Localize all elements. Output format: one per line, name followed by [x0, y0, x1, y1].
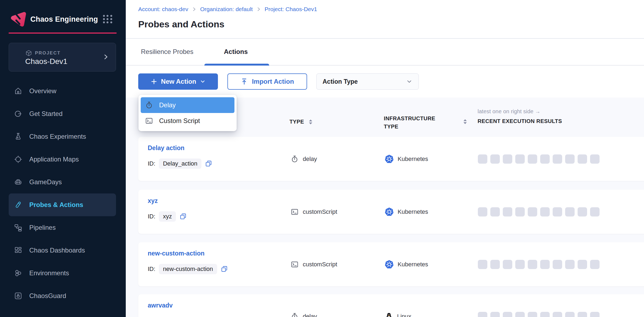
infrastructure-cell: Kubernetes [385, 190, 428, 234]
infrastructure-cell: Kubernetes [385, 242, 428, 286]
actions-toolbar: New Action Import Action Action Type [126, 66, 644, 98]
action-id-value: Delay_action [159, 158, 201, 169]
tab-resilience-probes[interactable]: Resilience Probes [141, 48, 193, 56]
brand-accent-divider [9, 33, 117, 34]
execution-result-placeholder [590, 207, 600, 216]
action-type-cell: delay [291, 294, 317, 317]
project-selector[interactable]: PROJECT Chaos-Dev1 [9, 43, 116, 72]
sidebar-item-overview[interactable]: Overview [9, 80, 116, 102]
execution-result-placeholder [490, 207, 500, 216]
action-name-link[interactable]: Delay action [148, 144, 185, 152]
harness-chaos-logo-icon [9, 10, 27, 28]
execution-result-placeholder [540, 207, 550, 216]
infrastructure-value: Kubernetes [398, 156, 428, 163]
recent-execution-results [478, 242, 600, 286]
sidebar-item-chaos-experiments[interactable]: Chaos Experiments [9, 125, 116, 148]
page-title: Probes and Actions [138, 19, 224, 30]
tabs-bar: Resilience Probes Actions [126, 39, 644, 66]
new-action-menu: Delay Custom Script [139, 95, 237, 131]
execution-result-placeholder [478, 207, 487, 216]
sidebar-item-environments[interactable]: Environments [9, 262, 116, 284]
table-row: Delay action ID: Delay_action delay [138, 137, 644, 181]
execution-result-placeholder [478, 154, 487, 164]
execution-result-placeholder [578, 312, 587, 317]
breadcrumb-separator-icon [191, 7, 197, 12]
column-header-infrastructure-type[interactable]: INFRASTRUCTURE TYPE [384, 114, 435, 131]
column-header-type[interactable]: TYPE [289, 119, 312, 125]
sidebar-item-application-maps[interactable]: Application Maps [9, 148, 116, 171]
sidebar-item-label: Chaos Dashboards [29, 247, 85, 254]
action-name-link[interactable]: awrvadv [148, 302, 173, 309]
id-label: ID: [148, 213, 155, 220]
execution-result-placeholder [540, 260, 550, 269]
action-name-link[interactable]: xyz [148, 197, 158, 205]
stopwatch-icon [145, 101, 153, 109]
sidebar-item-probes-actions[interactable]: Probes & Actions [9, 193, 116, 216]
action-id-value: new-custom-action [159, 264, 217, 274]
execution-result-placeholder [515, 260, 525, 269]
action-type-value: delay [303, 156, 317, 163]
copy-icon[interactable] [205, 160, 212, 167]
action-id-row: ID: Delay_action [148, 158, 212, 169]
new-action-label: New Action [161, 78, 196, 85]
action-type-filter[interactable]: Action Type [316, 73, 419, 90]
sort-icon [463, 119, 467, 124]
kubernetes-icon [385, 154, 394, 164]
execution-result-placeholder [590, 312, 600, 317]
execution-result-placeholder [503, 312, 512, 317]
pipelines-icon [14, 223, 22, 232]
sidebar-item-get-started[interactable]: Get Started [9, 102, 116, 125]
target-icon [14, 155, 22, 164]
app-switcher-icon[interactable] [102, 14, 113, 24]
execution-result-placeholder [565, 154, 575, 164]
new-action-button[interactable]: New Action [138, 73, 218, 90]
sidebar: Chaos Engineering PROJECT Chaos-Dev1 Ove… [0, 0, 126, 317]
sidebar-item-pipelines[interactable]: Pipelines [9, 216, 116, 239]
breadcrumb: Account: chaos-dev Organization: default… [138, 6, 317, 12]
menu-item-custom-script[interactable]: Custom Script [141, 113, 234, 129]
table-row: xyz ID: xyz customScript [138, 190, 644, 234]
execution-result-placeholder [528, 154, 537, 164]
project-name: Chaos-Dev1 [25, 57, 67, 66]
sidebar-nav: Overview Get Started Chaos Experiments A… [9, 80, 116, 307]
gamepad-icon [14, 178, 22, 186]
app-title: Chaos Engineering [30, 15, 98, 24]
import-action-button[interactable]: Import Action [227, 73, 307, 90]
menu-item-delay[interactable]: Delay [141, 97, 234, 113]
execution-result-placeholder [553, 154, 562, 164]
sidebar-item-chaos-dashboards[interactable]: Chaos Dashboards [9, 239, 116, 262]
execution-result-placeholder [478, 260, 487, 269]
column-header-label: TYPE [384, 122, 435, 131]
breadcrumb-account[interactable]: Account: chaos-dev [138, 6, 188, 12]
plus-icon [150, 78, 157, 85]
action-name-link[interactable]: new-custom-action [148, 250, 205, 257]
breadcrumb-organization[interactable]: Organization: default [200, 6, 253, 12]
copy-icon[interactable] [179, 213, 187, 220]
menu-item-label: Delay [159, 101, 176, 109]
sidebar-header: Chaos Engineering [0, 0, 126, 33]
copy-icon[interactable] [221, 266, 228, 273]
execution-result-placeholder [590, 260, 600, 269]
sidebar-item-chaosguard[interactable]: ChaosGuard [9, 284, 116, 307]
recent-execution-results [478, 137, 600, 181]
execution-result-placeholder [503, 154, 512, 164]
terminal-icon [291, 208, 299, 216]
hexagons-icon [14, 269, 22, 277]
column-header-label: INFRASTRUCTURE [384, 114, 435, 122]
column-header-label: RECENT EXECUTION RESULTS [478, 118, 562, 124]
action-type-cell: customScript [291, 190, 337, 234]
execution-result-placeholder [528, 207, 537, 216]
infrastructure-cell: Linux [385, 294, 411, 317]
lock-icon [14, 292, 22, 300]
table-row: awrvadv delay Linux [138, 294, 644, 317]
sidebar-item-gamedays[interactable]: GameDays [9, 171, 116, 193]
sort-icon [309, 119, 312, 124]
import-action-label: Import Action [252, 78, 294, 85]
tab-actions[interactable]: Actions [224, 48, 248, 56]
breadcrumb-project[interactable]: Project: Chaos-Dev1 [265, 6, 317, 12]
dashboards-icon [14, 246, 22, 255]
execution-result-placeholder [565, 260, 575, 269]
execution-result-placeholder [503, 260, 512, 269]
stopwatch-icon [291, 155, 299, 163]
recent-execution-results [478, 190, 600, 234]
